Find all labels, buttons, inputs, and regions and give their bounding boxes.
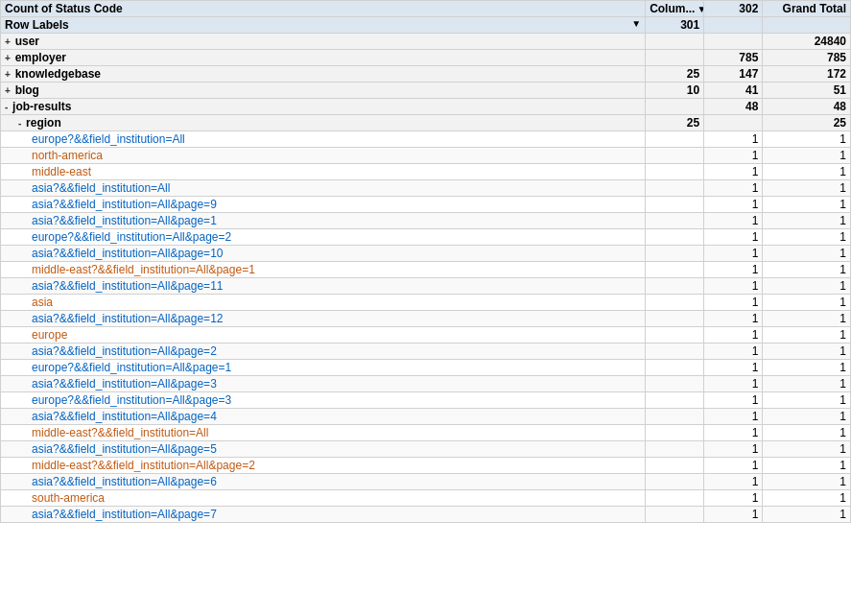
col-grand-value: 1: [763, 376, 851, 392]
table-row: - job-results4848: [1, 99, 851, 115]
header-title: Count of Status Code: [5, 2, 123, 15]
row-label-cell[interactable]: + employer: [1, 50, 646, 66]
expand-icon[interactable]: +: [5, 85, 13, 96]
row-label-cell[interactable]: asia?&&field_institution=All&page=2: [1, 344, 646, 360]
row-label-text: europe?&&field_institution=All&page=2: [32, 230, 231, 244]
expand-icon[interactable]: -: [5, 102, 11, 112]
col-301-value: [646, 490, 704, 507]
filter-icon[interactable]: ▼: [697, 4, 703, 14]
row-label-text: middle-east?&&field_institution=All: [32, 426, 208, 439]
col-302-value: 1: [704, 295, 763, 311]
row-label-cell[interactable]: asia?&&field_institution=All&page=1: [1, 213, 646, 229]
row-label-cell[interactable]: south-america: [1, 490, 646, 507]
expand-icon[interactable]: -: [18, 118, 24, 129]
row-label-cell[interactable]: asia?&&field_institution=All&page=4: [1, 409, 646, 425]
row-label-cell[interactable]: asia?&&field_institution=All: [1, 180, 646, 197]
col-302-value: 1: [704, 327, 763, 344]
row-label-cell[interactable]: middle-east?&&field_institution=All&page…: [1, 262, 646, 278]
col-filter-header[interactable]: Colum...▼: [646, 1, 704, 17]
row-label-text: asia?&&field_institution=All&page=12: [32, 312, 223, 325]
row-label-cell[interactable]: + user: [1, 34, 646, 50]
row-labels-filter-icon[interactable]: ▼: [631, 18, 641, 29]
row-label-text: asia?&&field_institution=All&page=3: [32, 377, 217, 391]
row-label-cell[interactable]: asia?&&field_institution=All&page=3: [1, 376, 646, 392]
row-label-cell[interactable]: europe: [1, 327, 646, 344]
table-row: asia?&&field_institution=All&page=211: [1, 344, 851, 360]
col-301-value: [646, 409, 704, 425]
row-label-text: blog: [15, 83, 39, 97]
row-label-cell[interactable]: asia?&&field_institution=All&page=10: [1, 246, 646, 262]
row-labels-title: Row Labels ▼: [1, 17, 646, 34]
row-label-cell[interactable]: europe?&&field_institution=All&page=2: [1, 229, 646, 246]
row-label-text: asia?&&field_institution=All&page=6: [32, 475, 217, 488]
col-302-value: 1: [704, 425, 763, 441]
pivot-table: Count of Status Code Colum...▼ 302 Grand…: [0, 0, 851, 523]
row-label-cell[interactable]: - job-results: [1, 99, 646, 115]
row-label-cell[interactable]: - region: [1, 115, 646, 131]
col-301-value: [646, 360, 704, 376]
col-grand-value: 48: [763, 99, 851, 115]
table-row: middle-east?&&field_institution=All&page…: [1, 458, 851, 474]
row-label-cell[interactable]: middle-east?&&field_institution=All&page…: [1, 458, 646, 474]
col-grand-value: 172: [763, 66, 851, 83]
col-grand-value: 1: [763, 344, 851, 360]
row-label-cell[interactable]: asia?&&field_institution=All&page=12: [1, 311, 646, 327]
row-label-cell[interactable]: asia?&&field_institution=All&page=9: [1, 197, 646, 213]
col-302-value: 48: [704, 99, 763, 115]
row-label-cell[interactable]: europe?&&field_institution=All&page=3: [1, 392, 646, 409]
col-grand-value: 1: [763, 327, 851, 344]
row-label-cell[interactable]: middle-east?&&field_institution=All: [1, 425, 646, 441]
row-label-text: employer: [15, 51, 66, 64]
col-301-value: [646, 441, 704, 458]
row-label-cell[interactable]: asia?&&field_institution=All&page=6: [1, 474, 646, 490]
col-301-value: [646, 425, 704, 441]
col-302-value: 1: [704, 490, 763, 507]
col-grand-value: 25: [763, 115, 851, 131]
row-label-cell[interactable]: + knowledgebase: [1, 66, 646, 83]
col-301-value: 25: [646, 66, 704, 83]
row-label-cell[interactable]: asia?&&field_institution=All&page=7: [1, 507, 646, 523]
row-label-cell[interactable]: middle-east: [1, 164, 646, 180]
row-label-text: knowledgebase: [15, 67, 101, 81]
col-grand-value: 1: [763, 164, 851, 180]
table-row: asia?&&field_institution=All&page=411: [1, 409, 851, 425]
row-label-text: asia?&&field_institution=All&page=2: [32, 344, 217, 358]
row-label-cell[interactable]: + blog: [1, 83, 646, 99]
row-label-cell[interactable]: europe?&&field_institution=All&page=1: [1, 360, 646, 376]
row-label-cell[interactable]: asia?&&field_institution=All&page=5: [1, 441, 646, 458]
table-row: middle-east?&&field_institution=All11: [1, 425, 851, 441]
col-grand-value: 1: [763, 229, 851, 246]
row-labels-text: Row Labels: [5, 18, 69, 32]
col-302-value: 1: [704, 376, 763, 392]
row-label-text: middle-east?&&field_institution=All&page…: [32, 263, 255, 276]
col-grand-value: 24840: [763, 34, 851, 50]
col-302-value: 1: [704, 311, 763, 327]
col-grand-subheader: [763, 17, 851, 34]
col-grand-value: 1: [763, 441, 851, 458]
row-label-cell[interactable]: europe?&&field_institution=All: [1, 131, 646, 148]
expand-icon[interactable]: +: [5, 69, 13, 80]
row-label-text: asia: [32, 296, 53, 309]
col-grand-value: 1: [763, 360, 851, 376]
col-302-value: 1: [704, 344, 763, 360]
col-grand-value: 785: [763, 50, 851, 66]
row-label-text: asia?&&field_institution=All&page=5: [32, 442, 217, 456]
expand-icon[interactable]: +: [5, 36, 13, 47]
row-label-cell[interactable]: north-america: [1, 148, 646, 164]
table-row: europe?&&field_institution=All11: [1, 131, 851, 148]
col-302-value: 1: [704, 278, 763, 295]
row-label-text: europe?&&field_institution=All&page=1: [32, 361, 231, 374]
col-302-header: 302: [704, 1, 763, 17]
row-label-text: middle-east: [32, 165, 91, 178]
col-302-subheader: [704, 17, 763, 34]
col-grand-value: 1: [763, 474, 851, 490]
col-301-value: [646, 99, 704, 115]
row-label-cell[interactable]: asia: [1, 295, 646, 311]
table-row: + user24840: [1, 34, 851, 50]
col-302-value: 1: [704, 507, 763, 523]
col-302-value: 1: [704, 180, 763, 197]
col-302-value: 1: [704, 360, 763, 376]
row-label-cell[interactable]: asia?&&field_institution=All&page=11: [1, 278, 646, 295]
col-302-value: 1: [704, 164, 763, 180]
expand-icon[interactable]: +: [5, 53, 13, 63]
